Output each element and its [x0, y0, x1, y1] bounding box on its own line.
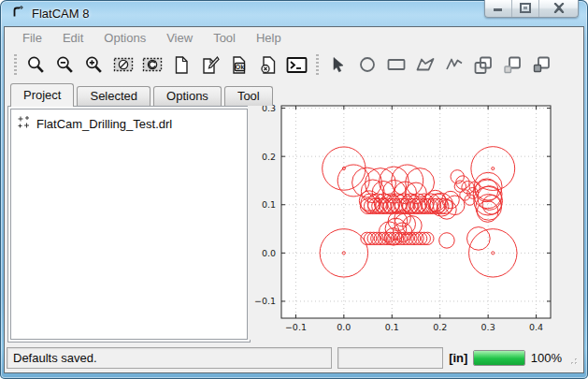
toolbar: Ok — [5, 49, 583, 80]
draw-circle-icon — [358, 55, 377, 74]
svg-text:Ok: Ok — [235, 64, 243, 70]
menu-help[interactable]: Help — [246, 27, 292, 49]
ok-file-icon: Ok — [230, 55, 249, 75]
tab-bar: Project Selected Options Tool — [10, 82, 276, 106]
intersect-icon — [531, 55, 552, 75]
clear-plot-button[interactable] — [108, 51, 137, 78]
subtract-button[interactable] — [497, 51, 526, 78]
svg-text:0.1: 0.1 — [262, 199, 276, 210]
select-arrow-icon — [329, 55, 348, 74]
union-button[interactable] — [468, 51, 497, 78]
resize-grip-icon[interactable] — [567, 352, 578, 369]
svg-text:0.4: 0.4 — [529, 322, 543, 332]
draw-polyline-button[interactable] — [439, 51, 468, 78]
svg-text:0.2: 0.2 — [262, 152, 276, 162]
units-label: [in] — [449, 351, 467, 365]
menu-edit[interactable]: Edit — [52, 27, 93, 49]
cancel-file-button[interactable] — [253, 51, 282, 78]
union-icon — [473, 55, 494, 75]
intersect-button[interactable] — [526, 51, 555, 78]
menu-bar: File Edit Options View Tool Help — [5, 27, 583, 49]
plot-canvas[interactable]: −0.10.00.10.20.30.4−0.10.00.10.20.3 — [248, 91, 580, 340]
tree-item-drill-file[interactable]: FlatCam_Drilling_Test.drl — [15, 114, 243, 133]
zoom-fit-icon — [26, 55, 46, 75]
status-message: Defaults saved. — [7, 347, 332, 369]
progress-fill — [474, 351, 523, 365]
draw-circle-button[interactable] — [352, 51, 381, 78]
app-window: FlatCAM 8 File Edit Options View Tool He… — [0, 0, 588, 379]
draw-rectangle-button[interactable] — [381, 51, 410, 78]
tab-options[interactable]: Options — [153, 86, 222, 106]
svg-text:0.2: 0.2 — [433, 322, 447, 332]
clear-plot-icon — [113, 55, 134, 74]
edit-file-icon — [200, 55, 221, 75]
menu-tool[interactable]: Tool — [203, 27, 246, 49]
cancel-file-icon — [259, 55, 278, 75]
close-button[interactable] — [539, 0, 578, 17]
new-file-button[interactable] — [166, 51, 195, 78]
minimize-button[interactable] — [485, 0, 512, 17]
draw-polyline-icon — [444, 55, 465, 74]
shell-button[interactable] — [282, 51, 311, 78]
shell-icon — [286, 56, 308, 74]
menu-file[interactable]: File — [12, 27, 52, 49]
progress-percent: 100% — [531, 351, 562, 365]
zoom-out-icon — [55, 55, 75, 75]
ok-file-button[interactable]: Ok — [224, 51, 253, 78]
zoom-fit-button[interactable] — [22, 51, 50, 78]
svg-text:0.0: 0.0 — [262, 248, 276, 258]
project-tree: FlatCam_Drilling_Test.drl — [10, 109, 248, 340]
draw-rectangle-icon — [386, 55, 407, 74]
zoom-in-icon — [84, 55, 104, 75]
drill-plot[interactable]: −0.10.00.10.20.30.4−0.10.00.10.20.3 — [248, 91, 580, 340]
close-icon — [553, 0, 565, 17]
edit-file-button[interactable] — [195, 51, 224, 78]
client-area: File Edit Options View Tool Help — [4, 26, 584, 373]
tab-project[interactable]: Project — [10, 83, 74, 107]
maximize-button[interactable] — [512, 0, 539, 17]
svg-text:0.3: 0.3 — [481, 322, 495, 332]
drill-marks-icon — [17, 115, 31, 132]
new-file-icon — [172, 55, 191, 75]
toolbar-grip[interactable] — [14, 54, 17, 75]
select-tool-button[interactable] — [323, 51, 352, 78]
tab-selected[interactable]: Selected — [77, 86, 151, 106]
status-bar: Defaults saved. [in] 100% — [5, 344, 583, 371]
replot-button[interactable] — [137, 51, 166, 78]
toolbar-grip[interactable] — [316, 54, 319, 75]
status-aux-field — [337, 347, 443, 369]
window-controls — [484, 0, 579, 18]
menu-options[interactable]: Options — [93, 27, 156, 49]
window-title: FlatCAM 8 — [32, 7, 89, 21]
svg-text:−0.1: −0.1 — [254, 296, 276, 306]
zoom-out-button[interactable] — [50, 51, 79, 78]
flatcam-logo-icon — [10, 4, 25, 22]
progress-bar — [473, 350, 524, 366]
svg-text:0.0: 0.0 — [337, 322, 351, 332]
project-tree-frame: FlatCam_Drilling_Test.drl — [7, 106, 251, 343]
tree-item-label: FlatCam_Drilling_Test.drl — [36, 117, 172, 131]
svg-text:0.1: 0.1 — [385, 322, 399, 332]
draw-polygon-button[interactable] — [410, 51, 439, 78]
zoom-in-button[interactable] — [79, 51, 108, 78]
tab-tool[interactable]: Tool — [224, 86, 273, 106]
draw-polygon-icon — [415, 55, 436, 74]
maximize-icon — [520, 0, 531, 17]
subtract-icon — [502, 55, 523, 75]
replot-icon — [142, 55, 163, 74]
minimize-icon — [493, 0, 504, 17]
menu-view[interactable]: View — [156, 27, 203, 49]
svg-text:−0.1: −0.1 — [285, 322, 307, 332]
